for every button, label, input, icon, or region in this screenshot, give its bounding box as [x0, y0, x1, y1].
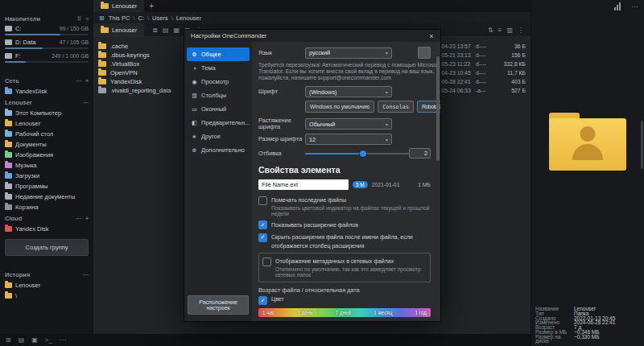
settings-nav-item[interactable]: ⊕ Дополнительно	[187, 143, 250, 157]
item-icon	[98, 70, 106, 76]
chevron-down-icon: ▾	[386, 89, 388, 95]
cloud-more-icon[interactable]: ⋯	[76, 216, 81, 222]
font-select[interactable]: (Windows) ▾	[305, 86, 392, 97]
breadcrumb-segment[interactable]: Users	[152, 14, 168, 22]
font-stretch-select[interactable]: Обычный ▾	[305, 118, 392, 130]
breadcrumb-segment[interactable]: C:	[138, 14, 144, 22]
breadcrumb-segment[interactable]: Lenouser	[176, 14, 201, 22]
create-group-button[interactable]: Создать группу	[5, 239, 89, 256]
history-more-icon[interactable]: ⋯	[83, 272, 89, 278]
font-consolas-button[interactable]: Consolas	[378, 101, 414, 113]
preview-scrollbar[interactable]	[641, 121, 643, 169]
hamburger-icon[interactable]: ≡	[498, 27, 502, 34]
file-attributes: -a---	[476, 88, 495, 93]
padding-label: Отбивка	[258, 150, 305, 157]
item-icon	[98, 79, 106, 84]
dialog-scrollbar[interactable]	[436, 56, 440, 161]
sidebar-item[interactable]: Музыка	[0, 160, 93, 171]
preview-panel: ⋯ Название Lenouser Тип Папка	[531, 0, 644, 346]
more-icon[interactable]: ⋯	[60, 336, 66, 344]
preview-date: 2021-01-01	[372, 182, 400, 187]
sort-icon[interactable]: ⇅	[488, 27, 493, 34]
terminal-icon[interactable]: >_	[45, 336, 52, 344]
columns-icon[interactable]: ▥	[506, 27, 513, 34]
padding-slider[interactable]	[305, 150, 409, 158]
user-group-more-icon[interactable]: ⋯	[83, 100, 89, 106]
view-grid-icon[interactable]: ▦	[174, 27, 180, 34]
language-select[interactable]: русский ▾	[305, 47, 392, 59]
drives-menu-icon[interactable]: ≡	[85, 16, 89, 22]
sidebar-item[interactable]: Программы	[0, 181, 93, 192]
breadcrumb-item: This PC \	[109, 14, 138, 22]
checkbox[interactable]	[258, 196, 267, 205]
checkbox[interactable]	[262, 257, 271, 266]
sidebar-item[interactable]: Этот Компьютер	[0, 108, 93, 118]
settings-dialog: Настройки OneCommander × ⚙ Общее ◑ Тема	[184, 29, 441, 322]
history-item[interactable]: \	[0, 290, 93, 301]
sidebar-item[interactable]: Lenouser	[0, 118, 93, 129]
settings-nav-item[interactable]: ▥ Столбцы	[187, 89, 250, 102]
drag-handle-icon[interactable]: ⠿	[77, 16, 81, 23]
folders-icon[interactable]: ▤	[19, 336, 25, 344]
network-more-icon[interactable]: ⋯	[76, 78, 81, 84]
settings-nav-item[interactable]: ⚙ Общее	[187, 47, 250, 61]
settings-nav-item[interactable]: ∗ Другое	[187, 130, 250, 143]
tab-lenouser[interactable]: Lenouser	[93, 0, 144, 12]
view-list-icon[interactable]: ≣	[152, 27, 158, 34]
settings-nav-item[interactable]: ◑ Тема	[187, 61, 250, 75]
sidebar-item[interactable]: Загрузки	[0, 171, 93, 181]
sidebar-item-label: Lenouser	[15, 120, 40, 127]
settings-nav-item[interactable]: ▭ Оконный	[187, 102, 250, 116]
view-tiles-icon[interactable]: ▤	[163, 27, 169, 34]
file-size: 527 Б	[495, 88, 526, 93]
dots-icon[interactable]: ⋮	[518, 27, 524, 34]
network-add-icon[interactable]: +	[85, 78, 89, 84]
settings-nav-item[interactable]: ◧ Предварительн...	[187, 116, 250, 130]
history-list: Lenouser \	[0, 280, 93, 301]
sidebar-item[interactable]: Корзина	[0, 202, 93, 212]
sidebar-item-cloud[interactable]: Yandex Disk	[0, 224, 93, 234]
add-tab-button[interactable]: +	[144, 0, 159, 12]
history-item[interactable]: Lenouser	[0, 280, 93, 290]
preview-size: 1 МБ	[418, 182, 431, 187]
checkbox[interactable]	[258, 233, 267, 242]
language-label: Язык	[258, 50, 305, 56]
pane-tab-lenouser[interactable]: Lenouser	[93, 23, 144, 36]
settings-location-button[interactable]: Расположение настроек	[188, 295, 249, 315]
settings-nav-item[interactable]: ◉ Просмотр	[187, 75, 250, 89]
close-icon[interactable]: ×	[423, 30, 440, 42]
drive-item[interactable]: D: Data 47 / 105 GB	[0, 38, 93, 51]
drive-item[interactable]: F: 249 / 1 000 GB	[0, 51, 93, 65]
network-icon	[5, 89, 12, 94]
breadcrumb-segment[interactable]: This PC	[109, 14, 130, 22]
sidebar-item[interactable]: Документы	[0, 139, 93, 150]
setting-checkbox-row: Скрыть расширения файла после имени файл…	[258, 233, 431, 249]
network-list: YandexDisk	[0, 86, 93, 97]
location-icon	[5, 121, 12, 126]
color-checkbox[interactable]	[258, 296, 267, 305]
language-extra-button[interactable]	[418, 47, 431, 59]
cloud-list: Yandex Disk	[0, 224, 93, 234]
sidebar-item[interactable]: Рабочий стол	[0, 129, 93, 139]
file-attributes: d----	[476, 70, 495, 76]
font-size-select[interactable]: 12 ▾	[305, 134, 392, 145]
padding-value-input[interactable]: 2	[409, 148, 431, 159]
dual-pane-icon[interactable]: ▣	[31, 336, 38, 344]
file-size: 11,7 КБ	[495, 70, 526, 76]
nav-item-label: Оконный	[201, 105, 226, 113]
sidebar-item-network[interactable]: YandexDisk	[0, 86, 93, 97]
chevron-down-icon: ▾	[386, 122, 388, 127]
cloud-add-icon[interactable]: +	[85, 216, 89, 221]
font-windows-default-button[interactable]: Windows по умолчанию	[305, 101, 374, 113]
nav-item-label: Столбцы	[201, 92, 226, 99]
stats-icon[interactable]	[614, 2, 625, 10]
drive-item[interactable]: C: 99 / 150 GB	[0, 24, 93, 38]
panel-menu-icon[interactable]: ⋯	[631, 3, 638, 10]
file-attributes: d----	[476, 61, 495, 67]
sidebar-item[interactable]: Изображения	[0, 150, 93, 160]
checkbox-label: Помечать последние файлы	[271, 197, 346, 203]
new-folder-icon[interactable]: ⊞	[6, 336, 11, 344]
settings-nav: ⚙ Общее ◑ Тема ◉ Просмотр	[184, 42, 252, 321]
checkbox[interactable]	[258, 220, 267, 229]
sidebar-item[interactable]: Недавние документы	[0, 192, 93, 202]
